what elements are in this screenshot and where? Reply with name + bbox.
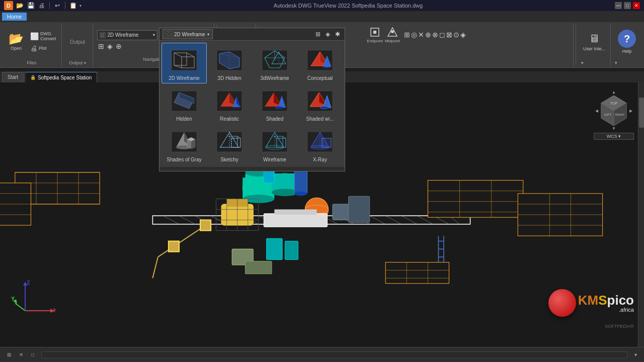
help-button[interactable]: ? Help [616, 29, 638, 55]
axes-indicator: X Y Z [10, 281, 55, 322]
dwg-convert-button[interactable]: ⬜ DWGConvert [28, 30, 58, 42]
svg-rect-158 [274, 209, 316, 215]
watermark: KMSpico .africa [548, 289, 634, 317]
popup-icon-3[interactable]: ✱ [334, 30, 342, 39]
output-group-label: Output ▾ [66, 60, 90, 65]
tab-start[interactable]: Start [2, 72, 24, 83]
watermark-text: KMSpico .africa [578, 294, 634, 313]
svg-text:RIGHT: RIGHT [615, 113, 625, 116]
tab-space-station[interactable]: 🔒 Softpedia Space Station [25, 72, 97, 83]
wcs-dropdown[interactable]: WCS ▾ [594, 133, 634, 140]
svg-point-134 [272, 189, 298, 196]
style-shades-gray-label: Shades of Gray [167, 157, 201, 162]
svg-rect-154 [169, 241, 179, 252]
status-grid-btn[interactable]: ⊞ [4, 351, 14, 358]
vertical-scrollbar[interactable] [638, 82, 644, 347]
window-title: Autodesk DWG TrueView 2022 Softpedia Spa… [82, 3, 615, 9]
snap-midpoint[interactable]: Midpoint [385, 26, 400, 43]
svg-rect-153 [200, 220, 211, 231]
ribbon-group-output: Output Output ▾ [63, 23, 93, 66]
style-xray[interactable]: X-Ray [297, 124, 343, 165]
style-conceptual[interactable]: Conceptual [297, 43, 343, 83]
svg-rect-115 [428, 180, 523, 218]
style-shaded-label: Shaded [266, 116, 283, 122]
maximize-button[interactable]: □ [624, 2, 631, 9]
snap-toggle-8[interactable]: ⊙ [453, 31, 459, 39]
snap-toggle-9[interactable]: ◈ [460, 31, 466, 39]
user-interface-button[interactable]: 🖥 User Inte... [581, 31, 607, 52]
svg-rect-9 [373, 31, 376, 34]
user-interface-group-label: ▾ [581, 60, 607, 65]
command-line[interactable] [41, 351, 627, 358]
style-sketchy-label: Sketchy [220, 157, 238, 162]
softpedia-watermark: SOFTPEDIA® [605, 324, 634, 329]
style-popup: □ 2D Wireframe ▾ ⊞ ◈ ✱ 2D Wireframe [159, 28, 345, 171]
svg-rect-161 [267, 238, 283, 259]
svg-text:▲: ▲ [612, 90, 616, 95]
snap-icon-3[interactable]: ⊕ [115, 41, 123, 51]
qat-save[interactable]: 💾 [26, 1, 35, 10]
ribbon-group-help: ? Help ▾ [612, 23, 642, 66]
svg-rect-157 [264, 214, 327, 227]
style-realistic-label: Realistic [220, 116, 239, 122]
style-2d-wireframe[interactable]: 2D Wireframe [162, 43, 207, 83]
style-shaded-edges[interactable]: Shaded wi... [297, 83, 343, 124]
style-hidden[interactable]: Hidden [162, 83, 207, 124]
watermark-red-button [548, 289, 576, 317]
popup-icon-2[interactable]: ◈ [324, 30, 332, 39]
style-sketchy[interactable]: Sketchy [207, 124, 252, 165]
view-style-dropdown[interactable]: □ 2D Wireframe ▾ [97, 30, 157, 40]
svg-text:LEFT: LEFT [604, 113, 612, 116]
svg-rect-156 [349, 196, 370, 223]
style-conceptual-label: Conceptual [307, 75, 333, 81]
style-3d-hidden[interactable]: 3D Hidden [207, 43, 252, 83]
snap-toggle-6[interactable]: ◻ [439, 31, 445, 39]
snap-toggle-4[interactable]: ⊕ [425, 31, 431, 39]
qat-print[interactable]: 🖨 [37, 1, 46, 10]
qat-open[interactable]: 📂 [15, 1, 24, 10]
snap-toggle-1[interactable]: ⊞ [404, 31, 410, 39]
style-popup-header: □ 2D Wireframe ▾ ⊞ ◈ ✱ [159, 28, 345, 41]
status-dropdown-btn[interactable]: ▾ [631, 351, 640, 358]
snap-toggle-3[interactable]: ✕ [418, 31, 424, 39]
plot-button[interactable]: 🖨 Plot [28, 43, 58, 53]
close-button[interactable]: ✕ [633, 2, 640, 9]
popup-resize-handle[interactable]: · · · [159, 167, 345, 171]
qat-undo[interactable]: ↩ [53, 1, 62, 10]
navigation-cube[interactable]: TOP RIGHT LEFT ▲ ▼ ◀ ▶ WCS ▾ [594, 90, 634, 140]
style-wireframe[interactable]: Wireframe [252, 124, 297, 165]
svg-point-147 [294, 192, 307, 196]
qat-plot[interactable]: 📋 [68, 1, 77, 10]
snap-toggle-2[interactable]: ◎ [411, 31, 417, 39]
snap-icon-1[interactable]: ⊞ [97, 41, 105, 51]
svg-text:X: X [53, 307, 55, 313]
menu-home[interactable]: Home [2, 13, 27, 21]
minimize-button[interactable]: — [615, 2, 622, 9]
style-3d-wireframe[interactable]: 3dWireframe [252, 43, 297, 83]
style-realistic[interactable]: Realistic [207, 83, 252, 124]
style-xray-label: X-Ray [313, 157, 327, 162]
snap-toggle-7[interactable]: ⊠ [446, 31, 452, 39]
style-grid: 2D Wireframe 3D Hidden [159, 41, 345, 167]
style-shades-of-gray[interactable]: Shades of Gray [162, 124, 207, 165]
style-shaded[interactable]: Shaded [252, 83, 297, 124]
popup-icon-1[interactable]: ⊞ [314, 30, 322, 39]
svg-text:◀: ◀ [595, 109, 599, 113]
style-3d-hidden-label: 3D Hidden [217, 75, 241, 81]
status-close-btn[interactable]: ✕ [16, 351, 26, 358]
svg-line-188 [15, 303, 25, 311]
snap-icon-2[interactable]: ◈ [106, 41, 114, 51]
status-square-btn[interactable]: □ [28, 351, 37, 358]
popup-view-dropdown[interactable]: □ 2D Wireframe ▾ [163, 29, 213, 39]
style-wireframe-label: Wireframe [263, 157, 286, 162]
snap-toggle-5[interactable]: ⊗ [432, 31, 438, 39]
svg-point-50 [320, 106, 328, 109]
snap-endpoint[interactable]: Endpoint [367, 26, 383, 43]
style-2d-wireframe-label: 2D Wireframe [169, 75, 200, 81]
style-3d-wireframe-label: 3dWireframe [260, 75, 289, 81]
open-button[interactable]: 📂 Open [5, 32, 27, 52]
svg-rect-162 [285, 241, 298, 260]
svg-rect-79 [322, 138, 331, 147]
svg-rect-160 [245, 261, 272, 274]
app-logo: D [4, 1, 13, 10]
